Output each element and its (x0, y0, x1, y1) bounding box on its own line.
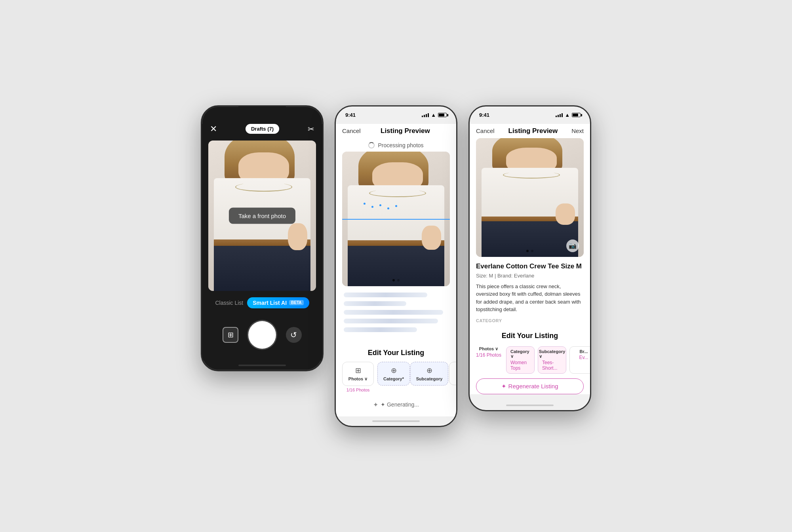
listing-title: Everlane Cotton Crew Tee Size M (476, 262, 584, 270)
tab3-category[interactable]: Category ∨ Women Tops (506, 346, 535, 374)
dot2 (371, 206, 373, 208)
edit-tabs-3: Photos ∨ 1/16 Photos Category ∨ Women To… (470, 346, 590, 374)
home-bar-1 (238, 365, 286, 366)
generating-label: ✦ Generating... (381, 401, 419, 408)
dot-inactive (397, 279, 400, 281)
dot-active-3 (526, 250, 529, 252)
tab-photos-sub: 1/16 Photos (346, 388, 370, 392)
edit-title-3: Edit Your Listing (476, 332, 584, 340)
image-dots-3 (526, 250, 533, 252)
home-indicator-3 (470, 401, 590, 410)
next-button-3[interactable]: Next (571, 127, 584, 134)
tab3-subcat-sub: Tees- Short... (542, 360, 562, 371)
bar1-3 (556, 116, 557, 117)
camera-header: ✕ Drafts (7) ✂ (202, 124, 322, 141)
listing-screen: Cancel Listing Preview Next 📷 (470, 124, 590, 394)
tab-cat-label: Category* (383, 376, 404, 381)
processing-screen: Cancel Listing Preview Processing photos (336, 124, 456, 416)
skeleton-line-2 (344, 301, 406, 306)
tab3-brand[interactable]: Br... Ev... (569, 346, 590, 374)
cancel-button-2[interactable]: Cancel (342, 127, 361, 134)
nav-bar-3: Cancel Listing Preview Next (470, 124, 590, 138)
battery-icon-3 (572, 113, 581, 117)
flip-camera-button[interactable]: ↺ (286, 327, 302, 343)
tab3-photos-label: Photos ∨ (479, 346, 498, 352)
regenerate-button[interactable]: ✦ Regenerate Listing (476, 378, 584, 394)
tab-photos-inner: ⊞ Photos ∨ (342, 362, 374, 386)
tab-brand-2[interactable]: B Br... (449, 362, 456, 392)
smart-mode-label: Smart List AI (253, 300, 287, 306)
status-time-3: 9:41 (479, 112, 489, 118)
close-button[interactable]: ✕ (210, 124, 217, 134)
dot4 (387, 207, 389, 209)
cat-icon: ⊕ (391, 366, 397, 375)
nav-title-3: Listing Preview (508, 127, 558, 135)
tab3-cat-sub: Women Tops (510, 360, 530, 371)
edit-section-3: Edit Your Listing (470, 329, 590, 346)
tab3-brand-label: Br... (580, 349, 588, 354)
hand3 (556, 203, 575, 225)
chain3 (503, 171, 560, 179)
tab-category-2[interactable]: ⊕ Category* (378, 362, 409, 392)
home-indicator-2 (336, 416, 456, 426)
wifi-icon-3: ▲ (565, 112, 570, 118)
processing-bar: Processing photos (336, 138, 456, 152)
tab-subcategory-2[interactable]: ⊕ Subcategory (413, 362, 445, 392)
home-indicator-1 (202, 361, 322, 370)
notch-1 (238, 106, 286, 118)
home-bar-3 (506, 405, 554, 406)
tab3-subcategory[interactable]: Subcategory ∨ Tees- Short... (538, 346, 566, 374)
gallery-button[interactable]: ⊞ (223, 327, 238, 343)
mode-selector: Classic List Smart List AI BETA (202, 291, 322, 313)
shutter-button[interactable] (248, 321, 276, 349)
listing-description: This piece offers a classic crew neck, o… (476, 283, 584, 314)
photos-icon: ⊞ (355, 366, 361, 375)
phone-camera: 9:41 ✕ Drafts (7) ✂ (201, 105, 324, 371)
bar3 (426, 114, 427, 117)
skeleton-line-4 (344, 319, 438, 323)
classic-mode-label[interactable]: Classic List (215, 300, 243, 306)
tab3-photos-sub: 1/16 Photos (476, 352, 501, 358)
image-dots-2 (392, 279, 400, 281)
tab-subcat-label: Subcategory (416, 376, 443, 381)
phones-container: 9:41 ✕ Drafts (7) ✂ (201, 105, 591, 427)
edit-title-2: Edit Your Listing (336, 349, 456, 357)
nav-bar-2: Cancel Listing Preview (336, 124, 456, 138)
camera-controls: ⊞ ↺ (202, 313, 322, 361)
generating-bar: ✦ ✦ Generating... (336, 395, 456, 416)
edit-section-2: Edit Your Listing ⊞ Photos ∨ 1/16 Photos… (336, 342, 456, 395)
processing-spinner (368, 142, 375, 148)
scan-dots (364, 203, 397, 209)
battery-fill-3 (573, 114, 578, 116)
scissors-button[interactable]: ✂ (308, 124, 314, 134)
bar2 (424, 115, 425, 117)
tab-subcat-inner: ⊕ Subcategory (410, 362, 449, 386)
tab3-subcat-label: Subcategory ∨ (539, 349, 565, 359)
dot1 (364, 203, 366, 205)
drafts-badge[interactable]: Drafts (7) (246, 124, 279, 134)
smart-mode-badge[interactable]: Smart List AI BETA (247, 297, 309, 308)
camera-overlay-icon[interactable]: 📷 (566, 239, 579, 252)
bar2-3 (558, 115, 559, 117)
tab3-photos[interactable]: Photos ∨ 1/16 Photos (474, 346, 503, 374)
chain2 (369, 189, 426, 197)
gallery-icon: ⊞ (228, 331, 234, 339)
tab-photos-label: Photos ∨ (348, 376, 367, 382)
notch-3 (506, 106, 554, 118)
bar4-3 (562, 113, 563, 117)
beta-tag: BETA (289, 300, 303, 305)
status-icons-2: ▲ (422, 112, 447, 118)
battery-fill (439, 114, 444, 116)
nav-title-2: Listing Preview (381, 127, 430, 135)
hand (288, 223, 307, 250)
skeleton-line-5 (344, 327, 417, 332)
listing-meta: Size: M | Brand: Everlane (476, 273, 584, 279)
cancel-button-3[interactable]: Cancel (476, 127, 495, 134)
bar4 (428, 113, 429, 117)
tab-cat-inner: ⊕ Category* (377, 362, 410, 386)
listing-details: Everlane Cotton Crew Tee Size M Size: M … (470, 257, 590, 329)
phone-listing: 9:41 ▲ Cancel Listing Preview Next (468, 105, 591, 411)
tab-photos-2[interactable]: ⊞ Photos ∨ 1/16 Photos (342, 362, 374, 392)
sparkle-icon: ✦ (373, 401, 378, 408)
scan-line (342, 219, 450, 220)
